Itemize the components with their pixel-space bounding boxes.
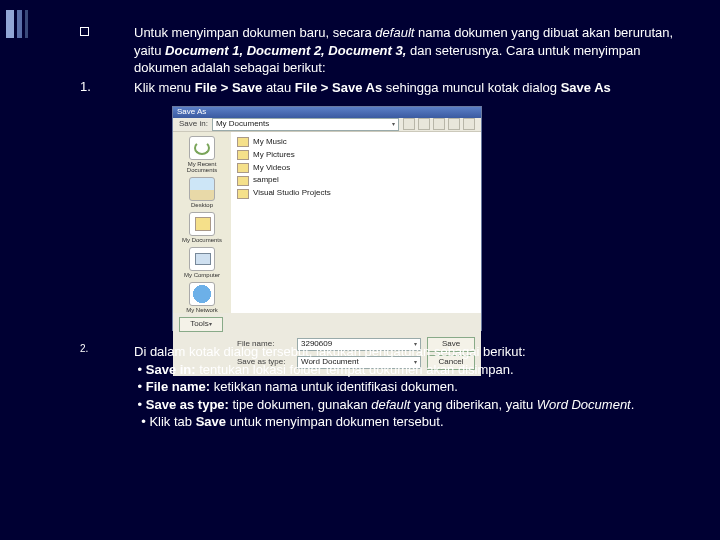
dialog-toolbar: Save in: My Documents▾ (173, 118, 481, 132)
up-icon[interactable] (418, 118, 430, 130)
sidebar-mydocs[interactable]: My Documents (182, 212, 222, 243)
tools-button[interactable]: Tools ▾ (179, 317, 223, 332)
folder-icon (237, 176, 249, 186)
folder-icon (237, 189, 249, 199)
savein-label: Save in: (179, 119, 208, 130)
sidebar-recent[interactable]: My Recent Documents (173, 136, 231, 173)
folder-icon (237, 150, 249, 160)
list-item[interactable]: sampel (237, 175, 475, 186)
newfolder-icon[interactable] (448, 118, 460, 130)
savein-combo[interactable]: My Documents▾ (212, 118, 399, 131)
step1-text: Klik menu File > Save atau File > Save A… (134, 79, 690, 97)
dialog-titlebar: Save As (173, 107, 481, 118)
bullet-square-icon (80, 27, 89, 36)
step1-marker: 1. (80, 79, 134, 97)
list-item[interactable]: My Pictures (237, 150, 475, 161)
views-icon[interactable] (463, 118, 475, 130)
slide-content: Untuk menyimpan dokumen baru, secara def… (80, 24, 690, 433)
folder-icon (237, 137, 249, 147)
save-as-dialog: Save As Save in: My Documents▾ (172, 106, 482, 331)
list-item[interactable]: My Music (237, 137, 475, 148)
sidebar-mynetwork[interactable]: My Network (186, 282, 218, 313)
intro-row: Untuk menyimpan dokumen baru, secara def… (80, 24, 690, 77)
step1-row: 1. Klik menu File > Save atau File > Sav… (80, 79, 690, 97)
sidebar-mycomputer[interactable]: My Computer (184, 247, 220, 278)
list-item[interactable]: My Videos (237, 163, 475, 174)
chevron-down-icon: ▾ (392, 120, 395, 128)
intro-text: Untuk menyimpan dokumen baru, secara def… (134, 24, 690, 77)
places-sidebar: My Recent Documents Desktop My Documents… (173, 132, 231, 313)
back-icon[interactable] (403, 118, 415, 130)
list-item[interactable]: Visual Studio Projects (237, 188, 475, 199)
step2-row: 2. Di dalam kotak dialog tersebut, lakuk… (80, 343, 690, 431)
slide-decoration (6, 10, 28, 38)
step2-marker: 2. (80, 343, 134, 431)
file-list[interactable]: My Music My Pictures My Videos sampel Vi… (231, 132, 481, 313)
delete-icon[interactable] (433, 118, 445, 130)
step2-text: Di dalam kotak dialog tersebut, lakukan … (134, 343, 690, 431)
folder-icon (237, 163, 249, 173)
sidebar-desktop[interactable]: Desktop (189, 177, 215, 208)
